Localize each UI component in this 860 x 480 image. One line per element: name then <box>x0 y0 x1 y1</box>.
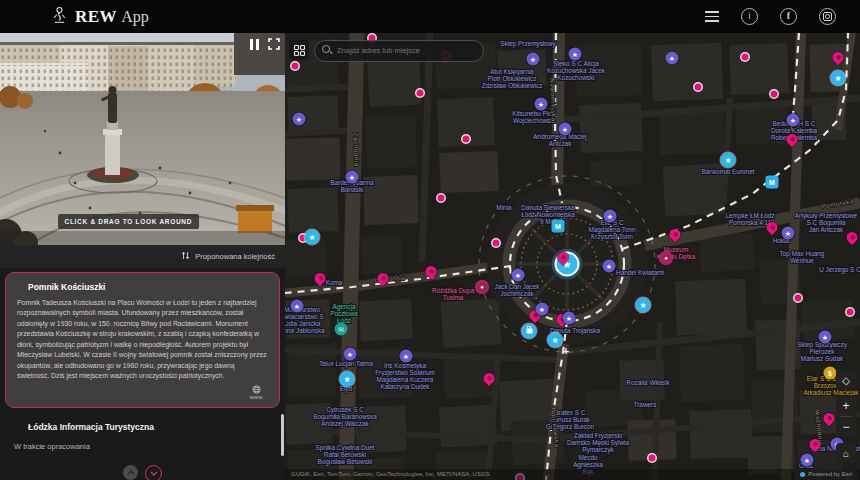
instagram-icon[interactable] <box>819 8 836 25</box>
map-poi-label: ModniarstwoKwiaciarstwo SLidia JanickaAn… <box>285 306 325 334</box>
pause-icon[interactable] <box>250 39 259 50</box>
info-section[interactable]: Łódzka Informacja Turystyczna W trakcie … <box>0 414 285 451</box>
map-poi-label: Trawers <box>634 401 657 408</box>
poi-card-pomnik-kosciuszki[interactable]: Pomnik Kościuszki Pomnik Tadeusza Kościu… <box>5 272 280 408</box>
map-marker-dot[interactable] <box>292 63 299 70</box>
map-marker-dot[interactable] <box>847 309 854 316</box>
scroll-up-button[interactable] <box>123 465 138 480</box>
map-marker-blue[interactable]: ★ <box>548 333 563 348</box>
map-marker-blue[interactable]: ★ <box>340 372 355 387</box>
map-marker-purple[interactable]: ★ <box>787 114 800 127</box>
top-bar: REW App i f <box>0 0 860 33</box>
map-marker-purple[interactable]: ★ <box>400 350 413 363</box>
locate-button[interactable]: ◇ <box>836 370 856 390</box>
info-section-status: W trakcie opracowania <box>14 442 271 451</box>
map-marker-dot[interactable] <box>795 295 802 302</box>
home-button[interactable]: ⌂ <box>836 443 856 463</box>
logo-text-bold: REW <box>75 7 117 27</box>
street-label: Zachodnia <box>352 133 360 168</box>
map-marker-purple[interactable]: ★ <box>603 260 616 273</box>
scroll-down-button[interactable] <box>145 465 162 480</box>
map-marker-dot[interactable] <box>771 91 778 98</box>
map-poi-label: Atut KsięgarniaPiotr ObłukiewiczZdzisław… <box>482 68 543 89</box>
poi-card-description: Pomnik Tadeusza Kościuszki na Placu Woln… <box>17 298 268 382</box>
map-marker-yellow[interactable]: $ <box>824 367 837 380</box>
map-poi-label: U Jerzego S C <box>819 266 860 274</box>
map-canvas[interactable]: Sklep PrzemysłowySteko S C AlicjaKozucho… <box>285 33 860 480</box>
map-marker-blue[interactable]: ★ <box>721 153 736 168</box>
panorama-viewer[interactable]: CLICK & DRAG TO LOOK AROUND <box>0 33 285 245</box>
menu-icon[interactable] <box>705 11 719 22</box>
map-marker-dot[interactable] <box>493 240 500 247</box>
map-poi-label: Rozalia Wiłasik <box>626 379 670 386</box>
map-marker-cross: + <box>563 346 569 357</box>
map-marker-purple[interactable]: ★ <box>604 210 617 223</box>
map-marker-purple[interactable]: ★ <box>819 331 832 344</box>
globe-icon <box>252 385 261 394</box>
map-marker-blue[interactable]: ★ <box>305 230 320 245</box>
logo-text-light: App <box>121 8 149 26</box>
sort-icon <box>181 251 190 262</box>
map-poi-label: Talux Lucjan Talma <box>319 360 374 368</box>
basemap-toggle-button[interactable] <box>289 40 309 60</box>
map-poi-label: Bankomat Euronet <box>702 168 755 175</box>
map-marker-bluesq[interactable]: M <box>766 176 779 189</box>
info-icon[interactable]: i <box>741 8 758 25</box>
map-marker-bag[interactable] <box>522 324 537 339</box>
map-attribution: GUGiK, Esri, TomTom, Garmin, GeoTechnolo… <box>285 469 860 480</box>
app-logo[interactable]: REW App <box>52 6 149 28</box>
map-marker-purple[interactable]: ★ <box>293 113 306 126</box>
map-marker-purple[interactable]: ★ <box>346 171 359 184</box>
map-marker-purple[interactable]: ★ <box>801 454 814 467</box>
esri-logo-icon <box>800 472 805 477</box>
map-marker-purple[interactable]: ★ <box>344 348 357 361</box>
map-marker-teal[interactable]: ✉ <box>335 323 348 336</box>
search-input[interactable] <box>314 40 484 62</box>
facebook-icon[interactable]: f <box>780 8 797 25</box>
map-poi-label: Różdżka DupaTusima <box>432 287 474 301</box>
suggested-order-toggle[interactable]: Proponowana kolejność <box>0 245 285 268</box>
poi-navigation: Kliknij w opis, aby zobaczyć obiekt na m… <box>0 465 285 480</box>
map-marker-maroon[interactable]: ● <box>476 281 488 293</box>
zoom-in-button[interactable]: + <box>836 396 856 416</box>
map-marker-dot[interactable] <box>742 54 749 61</box>
map-marker-blue[interactable]: ★ <box>831 71 846 86</box>
map-marker-blue[interactable]: ★ <box>636 298 651 313</box>
map-marker-dot[interactable] <box>695 84 702 91</box>
map-marker-dot[interactable] <box>417 90 424 97</box>
map-marker-purple[interactable]: ★ <box>563 312 576 325</box>
map-poi-label: Koma <box>326 279 343 286</box>
side-panel: CLICK & DRAG TO LOOK AROUND Proponowana … <box>0 33 285 480</box>
info-section-title: Łódzka Informacja Turystyczna <box>14 422 271 432</box>
map-marker-dot[interactable] <box>463 136 470 143</box>
zoom-out-button[interactable]: − <box>836 417 856 437</box>
map-poi-label: Zakład FryzjerskiDamsko Męski SylwiaRyma… <box>567 432 630 454</box>
map-marker-purple[interactable]: ★ <box>512 269 525 282</box>
drag-hint-label: CLICK & DRAG TO LOOK AROUND <box>58 214 200 229</box>
map-marker-bluesq[interactable]: M <box>552 220 565 233</box>
map-marker-purple[interactable]: ★ <box>559 123 572 136</box>
map-marker-purple[interactable]: ★ <box>291 300 304 313</box>
website-link[interactable]: www <box>244 385 268 400</box>
map-marker-dot[interactable] <box>649 455 656 462</box>
map-poi-label: Iris KosmetykaFryzjerstwo SolariumMagdal… <box>375 362 435 391</box>
map-marker-purple[interactable]: ★ <box>782 227 795 240</box>
map-marker-purple[interactable]: ★ <box>569 48 582 61</box>
map-poi-label: Minia <box>496 204 512 211</box>
suggested-order-label: Proponowana kolejność <box>195 252 275 261</box>
map-marker-dot[interactable] <box>438 195 445 202</box>
map-marker-purple[interactable]: ★ <box>666 52 679 65</box>
poi-card-title: Pomnik Kościuszki <box>17 282 268 292</box>
map-controls: ◇ + − ⌂ <box>836 370 856 463</box>
map-poi-label: Handel Kwiatami <box>616 269 664 276</box>
panel-scrollbar[interactable] <box>281 414 284 456</box>
fullscreen-icon[interactable] <box>268 38 280 50</box>
search-icon <box>322 45 330 53</box>
rewapp-logo-icon <box>52 6 67 28</box>
map-marker-maroon[interactable]: ● <box>660 252 672 264</box>
map-marker-purple[interactable]: ★ <box>536 303 549 316</box>
powered-by-esri[interactable]: Powered by Esri <box>795 469 857 480</box>
map-marker-purple[interactable]: ★ <box>535 98 548 111</box>
map-poi-label: Spółka Cywilna DuetRafał BetowskiBogusła… <box>316 444 375 466</box>
map-marker-purple[interactable]: ★ <box>527 53 540 66</box>
